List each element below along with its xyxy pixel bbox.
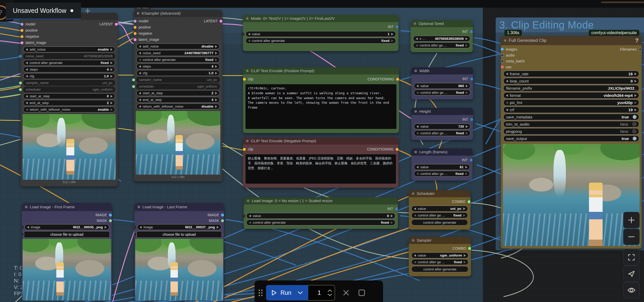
widget-image-file[interactable]: imageW22__00037_.png — [137, 224, 221, 230]
decrement-arrow-icon[interactable] — [26, 95, 28, 98]
widget-image-file[interactable]: imageW22__00035_.png — [24, 224, 109, 230]
increment-arrow-icon[interactable] — [215, 105, 217, 108]
input-socket-model[interactable] — [134, 20, 137, 23]
decrement-arrow-icon[interactable] — [139, 92, 141, 95]
input-socket-sampler-name[interactable] — [19, 81, 22, 84]
node-title-bar[interactable]: CLIP Text Encode (Positive Prompt) — [243, 67, 399, 74]
increment-arrow-icon[interactable] — [634, 73, 637, 75]
collapse-dot-icon[interactable] — [414, 110, 417, 113]
node-title-bar[interactable]: Mode: 0= Text2V | 1= Image2V | 2= FirstL… — [243, 15, 398, 22]
output-socket-image[interactable] — [109, 214, 112, 216]
increment-arrow-icon[interactable] — [111, 75, 113, 78]
decrement-arrow-icon[interactable] — [249, 221, 251, 224]
output-socket-mask[interactable] — [221, 219, 224, 222]
collapse-dot-icon[interactable] — [138, 206, 140, 208]
output-socket-mask[interactable] — [109, 219, 112, 222]
decrement-arrow-icon[interactable] — [26, 68, 28, 71]
widget-value[interactable]: value720 — [414, 124, 470, 129]
run-toolbar[interactable]: Run 1 — [255, 280, 383, 302]
increment-arrow-icon[interactable] — [391, 215, 393, 217]
decrement-arrow-icon[interactable] — [139, 59, 141, 61]
video-preview[interactable] — [503, 144, 640, 246]
widget-start-at-step[interactable]: start_at_step2 — [136, 90, 220, 96]
widget-control-after-generate[interactable]: control after ge ...fixed — [414, 130, 470, 136]
node-load-image-resize-int[interactable]: Load Image: 0 = No resize | 1 = Scaled r… — [244, 197, 398, 229]
node-title-bar[interactable]: CLIP Text Encode (Negative Prompt) — [243, 137, 398, 145]
widget-steps[interactable]: steps4 — [23, 67, 115, 72]
decrement-arrow-icon[interactable] — [416, 37, 418, 40]
output-socket-int[interactable] — [396, 25, 398, 28]
decrement-arrow-icon[interactable] — [416, 173, 419, 175]
input-socket-latent-image[interactable] — [134, 38, 137, 41]
input-socket-vae[interactable] — [501, 65, 504, 68]
choose-file-button[interactable]: choose file to upload — [24, 231, 110, 238]
input-socket-scheduler[interactable] — [19, 88, 22, 91]
batch-count-value[interactable]: 1 — [311, 289, 328, 296]
widget-return-with-leftover-noise[interactable]: return_with_leftover_noisedisable — [136, 103, 220, 109]
node-ksampler-advanced-2[interactable]: 39.461s KSampler (Advanced) modelLATENT … — [134, 10, 222, 181]
increment-arrow-icon[interactable] — [466, 91, 468, 94]
increment-arrow-icon[interactable] — [217, 226, 219, 229]
increment-arrow-icon[interactable] — [391, 33, 393, 35]
decrement-arrow-icon[interactable] — [139, 99, 141, 101]
widget-end-at-step[interactable]: end_at_step4 — [136, 97, 220, 103]
output-socket-conditioning[interactable] — [396, 78, 399, 81]
toggle-save-metadata[interactable]: save_metadatatrue — [503, 114, 639, 120]
node-load-image-last-frame[interactable]: 0.018s Load Image - Last Frame IMAGE MAS… — [134, 203, 224, 302]
control-after-generate-button[interactable]: control after generate — [411, 219, 468, 225]
node-ksampler-advanced-1[interactable]: KSampler (Advanced) modelLATENT positive… — [21, 13, 118, 186]
increment-arrow-icon[interactable] — [634, 101, 637, 104]
node-title-bar[interactable]: Load Image - First Frame — [22, 203, 112, 211]
increment-arrow-icon[interactable] — [465, 173, 467, 175]
decrement-arrow-icon[interactable] — [506, 109, 508, 111]
output-socket-combo[interactable] — [468, 247, 471, 250]
run-button[interactable]: Run — [266, 285, 308, 300]
node-title-bar[interactable]: KSampler (Advanced) — [134, 10, 222, 17]
node-length-frames[interactable]: Length (frames) INT value81 control afte… — [411, 148, 473, 181]
input-socket-scheduler[interactable] — [132, 85, 135, 88]
input-socket-images[interactable] — [501, 48, 504, 51]
decrement-arrow-icon[interactable] — [416, 125, 419, 128]
batch-count-stepper[interactable]: 1 — [308, 285, 335, 300]
node-title-bar[interactable]: Full Generated Clip ? — [501, 36, 642, 45]
widget-end-at-step[interactable]: end_at_step2 — [23, 100, 115, 106]
decrement-arrow-icon[interactable] — [506, 73, 508, 75]
decrement-arrow-icon[interactable] — [414, 254, 416, 257]
toggle-trim-to-audio[interactable]: trim_to_audiofalse — [503, 121, 639, 127]
decrement-arrow-icon[interactable] — [139, 105, 141, 108]
decrement-arrow-icon[interactable] — [26, 62, 28, 64]
prompt-textarea[interactable]: r3tr0c0m1c, cartoon. A blonde woman in a… — [246, 84, 396, 129]
fit-view-button[interactable] — [623, 249, 640, 266]
node-clip-text-encode-positive[interactable]: CLIP Text Encode (Positive Prompt) clipC… — [243, 67, 399, 133]
toggle-knob-icon[interactable] — [632, 122, 637, 126]
widget-format[interactable]: formatvideo/h264-mp4 — [503, 92, 639, 99]
increment-arrow-icon[interactable] — [634, 109, 637, 111]
increment-arrow-icon[interactable] — [215, 59, 217, 61]
output-socket-int[interactable] — [470, 30, 473, 33]
collapse-dot-icon[interactable] — [504, 39, 506, 42]
collapse-dot-icon[interactable] — [414, 70, 417, 72]
node-title-bar[interactable]: Load Image: 0 = No resize | 1 = Scaled r… — [244, 197, 398, 204]
decrement-chevron-icon[interactable] — [328, 294, 332, 296]
widget-cfg[interactable]: cfg1.0 — [23, 73, 115, 79]
widget-input-socket[interactable] — [134, 233, 136, 236]
decrement-arrow-icon[interactable] — [248, 33, 250, 35]
new-workflow-tab-button[interactable]: + — [85, 6, 90, 15]
stop-icon[interactable] — [358, 289, 366, 297]
increment-arrow-icon[interactable] — [215, 72, 217, 74]
toggle-pingpong[interactable]: pingpongfalse — [503, 128, 639, 135]
drag-handle-icon[interactable] — [259, 290, 262, 296]
increment-arrow-icon[interactable] — [105, 226, 107, 229]
increment-arrow-icon[interactable] — [215, 92, 217, 95]
input-socket-clip[interactable] — [243, 78, 246, 81]
decrement-arrow-icon[interactable] — [26, 108, 28, 111]
increment-arrow-icon[interactable] — [466, 125, 468, 128]
increment-arrow-icon[interactable] — [111, 95, 113, 98]
decrement-arrow-icon[interactable] — [139, 72, 141, 74]
collapse-dot-icon[interactable] — [414, 151, 417, 153]
decrement-arrow-icon[interactable] — [416, 91, 419, 94]
decrement-arrow-icon[interactable] — [26, 48, 28, 51]
increment-arrow-icon[interactable] — [466, 132, 468, 135]
node-height[interactable]: Height INT value720 control after ge ...… — [411, 108, 473, 140]
increment-arrow-icon[interactable] — [111, 68, 113, 71]
